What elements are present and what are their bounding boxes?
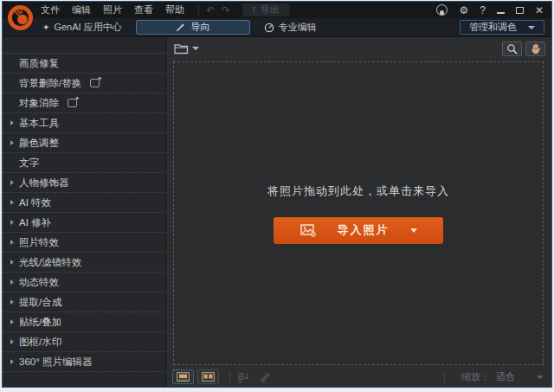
sort-stack-icon[interactable] xyxy=(237,372,250,382)
zoom-tool-button[interactable] xyxy=(502,42,522,56)
sidebar-item[interactable]: 360° 照片编辑器 xyxy=(3,352,165,372)
chevron-down-icon xyxy=(192,47,199,50)
sidebar-item[interactable]: 背景删除/替换 ✦ xyxy=(3,74,165,93)
sidebar-item[interactable]: 对象消除 ✦ xyxy=(3,93,165,113)
export-icon: ⤒ xyxy=(252,6,255,15)
folder-icon xyxy=(174,43,189,55)
sidebar-item-label: 动态特效 xyxy=(19,276,59,289)
sidebar-item[interactable]: 提取/合成 xyxy=(3,292,165,312)
sidebar-item-label: 人物修饰器 xyxy=(19,177,69,190)
toolbar-divider xyxy=(198,5,199,15)
wand-icon xyxy=(176,22,185,32)
close-icon[interactable]: ✕ xyxy=(535,5,544,16)
sidebar-item[interactable]: 人物修饰器 xyxy=(3,173,165,193)
sidebar-item[interactable]: 贴纸/叠加 xyxy=(3,312,165,332)
statusbar-divider xyxy=(229,372,230,382)
expand-arrow-icon xyxy=(10,140,14,145)
import-photos-label: 导入照片 xyxy=(338,222,390,238)
sidebar-item-label: 文字 xyxy=(19,157,39,170)
tab-pro-edit[interactable]: 专业编辑 xyxy=(264,21,317,34)
genai-hub-button[interactable]: ✦ GenAI 应用中心 xyxy=(42,21,122,34)
settings-gear-icon[interactable]: ⚙ xyxy=(459,5,468,16)
sparkle-icon: ✦ xyxy=(42,23,49,32)
sidebar-item[interactable]: AI 修补 xyxy=(3,213,165,233)
maximize-icon[interactable] xyxy=(516,7,524,14)
ai-badge-icon: ✦ xyxy=(90,79,100,87)
expand-arrow-icon xyxy=(10,240,14,245)
sidebar-item-label: 基本工具 xyxy=(19,117,59,130)
zoom-dropdown-caret-icon[interactable] xyxy=(537,376,544,379)
menu-item[interactable]: 编辑 xyxy=(72,3,91,16)
expand-arrow-icon xyxy=(10,200,14,205)
undo-icon[interactable]: ↶ xyxy=(206,5,215,16)
import-folder-dropdown[interactable] xyxy=(174,43,199,55)
photo-dropzone[interactable]: 将照片拖动到此处，或单击来导入 导入照片 xyxy=(173,61,544,365)
account-icon[interactable] xyxy=(436,4,448,16)
status-bar: 缩放： 适合 xyxy=(166,369,551,387)
sidebar-item[interactable]: 基本工具 xyxy=(3,113,165,133)
hand-tool-button[interactable] xyxy=(525,42,545,56)
sidebar-item-label: 光线/滤镜特效 xyxy=(19,256,81,269)
sidebar-list: 画质修复 背景删除/替换 ✦ 对象消除 ✦ 基本工具 颜色调整 文字 人物修饰器… xyxy=(3,54,165,387)
menu-item[interactable]: 照片 xyxy=(103,3,122,16)
tools-sidebar: 画质修复 背景删除/替换 ✦ 对象消除 ✦ 基本工具 颜色调整 文字 人物修饰器… xyxy=(3,37,166,387)
dropzone-hint-text: 将照片拖动到此处，或单击来导入 xyxy=(267,183,449,199)
import-photos-button[interactable]: 导入照片 xyxy=(274,217,443,244)
app-logo-icon xyxy=(7,4,34,31)
sidebar-item[interactable]: 画质修复 xyxy=(3,54,165,74)
titlebar: 文件编辑照片查看帮助 ↶ ↷ ⤒ 导出 ⚙ ? ✕ xyxy=(3,2,551,18)
sidebar-item[interactable]: 光线/滤镜特效 xyxy=(3,253,165,273)
window-controls: ⚙ ? ✕ xyxy=(436,4,551,16)
sidebar-item[interactable]: 照片特效 xyxy=(3,233,165,253)
dial-icon xyxy=(264,22,274,33)
import-photo-icon xyxy=(300,224,317,237)
redo-icon[interactable]: ↷ xyxy=(222,5,230,16)
menu-item[interactable]: 文件 xyxy=(41,3,60,16)
sidebar-header xyxy=(3,37,165,54)
chevron-down-icon xyxy=(528,26,535,29)
expand-arrow-icon xyxy=(10,339,14,344)
export-button[interactable]: ⤒ 导出 xyxy=(242,3,288,16)
sidebar-item[interactable]: 图框/水印 xyxy=(3,332,165,352)
dual-view-icon xyxy=(202,372,215,382)
zoom-label: 缩放： xyxy=(461,370,490,383)
expand-arrow-icon xyxy=(10,120,14,125)
dual-view-button[interactable] xyxy=(197,370,219,384)
expand-arrow-icon xyxy=(10,180,14,185)
sidebar-item-label: AI 修补 xyxy=(19,216,51,229)
workspace: 将照片拖动到此处，或单击来导入 导入照片 xyxy=(166,58,551,369)
expand-arrow-icon xyxy=(10,260,14,265)
expand-arrow-icon xyxy=(10,220,14,225)
edit-pencil-icon[interactable] xyxy=(260,372,271,382)
menu-item[interactable]: 帮助 xyxy=(165,3,184,16)
ai-badge-icon: ✦ xyxy=(68,99,77,107)
sidebar-item[interactable]: AI 特效 xyxy=(3,193,165,213)
genai-hub-label: GenAI 应用中心 xyxy=(54,21,121,34)
sidebar-item-label: AI 特效 xyxy=(19,196,51,209)
expand-arrow-icon xyxy=(10,280,14,285)
app-window: 文件编辑照片查看帮助 ↶ ↷ ⤒ 导出 ⚙ ? ✕ ✦ GenAI 应用中心 xyxy=(2,1,552,388)
manage-color-label: 管理和调色 xyxy=(469,21,517,34)
help-icon[interactable]: ? xyxy=(480,5,486,16)
photo-toolbar xyxy=(166,37,551,58)
main-panel: 将照片拖动到此处，或单击来导入 导入照片 xyxy=(166,37,551,387)
manage-color-dropdown[interactable]: 管理和调色 xyxy=(460,20,544,35)
sidebar-item[interactable]: 动态特效 xyxy=(3,273,165,292)
sidebar-item[interactable]: 颜色调整 xyxy=(3,133,165,153)
minimize-icon[interactable] xyxy=(497,12,505,14)
sidebar-item[interactable]: 文字 xyxy=(3,153,165,173)
sidebar-item-label: 对象消除 xyxy=(19,97,59,110)
single-view-button[interactable] xyxy=(172,370,194,384)
sidebar-item-label: 贴纸/叠加 xyxy=(19,316,61,329)
sidebar-item-label: 360° 照片编辑器 xyxy=(19,356,92,369)
menu-item[interactable]: 查看 xyxy=(134,3,153,16)
expand-arrow-icon xyxy=(10,299,14,305)
magnifier-icon xyxy=(506,43,518,55)
statusbar-divider xyxy=(444,372,445,382)
hand-icon xyxy=(531,43,541,55)
tab-guided[interactable]: 导向 xyxy=(136,20,250,35)
desktop-frame: 文件编辑照片查看帮助 ↶ ↷ ⤒ 导出 ⚙ ? ✕ ✦ GenAI 应用中心 xyxy=(0,0,554,392)
content-area: 画质修复 背景删除/替换 ✦ 对象消除 ✦ 基本工具 颜色调整 文字 人物修饰器… xyxy=(3,37,551,387)
mode-bar: ✦ GenAI 应用中心 导向 专业编辑 管理和调色 xyxy=(3,18,551,37)
sidebar-item-label: 提取/合成 xyxy=(19,296,61,309)
